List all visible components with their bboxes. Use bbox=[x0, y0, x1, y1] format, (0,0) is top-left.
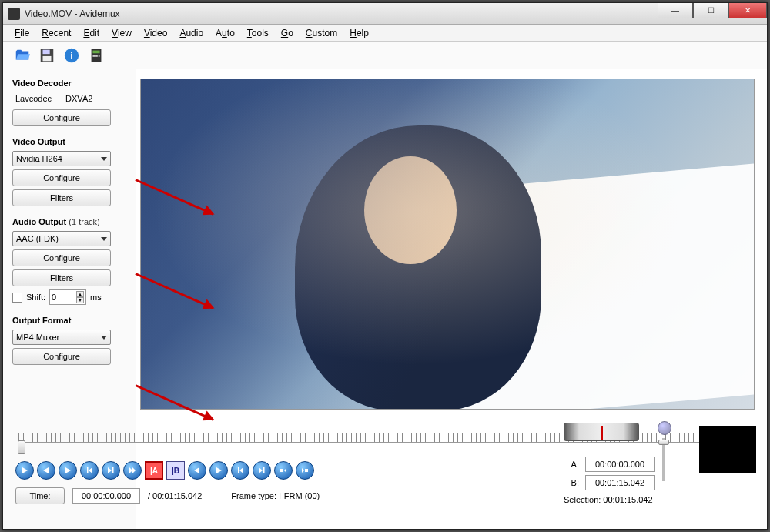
audio-output-select[interactable]: AAC (FDK) bbox=[12, 231, 111, 246]
audio-output-heading: Audio Output (1 track) bbox=[12, 217, 129, 226]
decoder-lavcodec: Lavcodec bbox=[15, 94, 52, 103]
fast-forward-button[interactable] bbox=[123, 461, 142, 480]
menu-tools[interactable]: Tools bbox=[242, 26, 274, 40]
output-format-configure-button[interactable]: Configure bbox=[12, 348, 111, 365]
video-preview[interactable] bbox=[140, 79, 755, 410]
menu-video[interactable]: Video bbox=[139, 26, 172, 40]
menu-audio[interactable]: Audio bbox=[174, 26, 209, 40]
time-button[interactable]: Time: bbox=[15, 487, 65, 504]
volume-icon[interactable] bbox=[658, 421, 671, 435]
first-frame-button[interactable] bbox=[231, 461, 249, 480]
timeline-thumb[interactable] bbox=[18, 440, 25, 454]
a-label: A: bbox=[564, 460, 579, 469]
video-decoder-heading: Video Decoder bbox=[12, 79, 129, 88]
save-icon[interactable] bbox=[38, 47, 55, 64]
mark-a-button[interactable]: |A bbox=[145, 461, 163, 480]
next-black-button[interactable] bbox=[296, 461, 314, 480]
svg-rect-10 bbox=[280, 469, 283, 472]
play-button[interactable] bbox=[15, 461, 34, 480]
mark-b-button[interactable]: |B bbox=[166, 461, 185, 480]
open-icon[interactable] bbox=[14, 47, 31, 64]
decoder-dxva2: DXVA2 bbox=[65, 94, 92, 103]
volume-track[interactable] bbox=[662, 438, 665, 481]
video-output-filters-button[interactable]: Filters bbox=[12, 189, 111, 206]
next-cut-button[interactable] bbox=[209, 461, 228, 480]
volume-slider[interactable] bbox=[658, 421, 670, 490]
time-total: / 00:01:15.042 bbox=[148, 491, 202, 500]
next-keyframe-button[interactable] bbox=[102, 461, 120, 480]
last-frame-button[interactable] bbox=[253, 461, 271, 480]
menu-auto[interactable]: Auto bbox=[210, 26, 240, 40]
shift-input[interactable]: 0 ▲▼ bbox=[49, 289, 86, 305]
output-format-heading: Output Format bbox=[12, 316, 129, 325]
output-format-value: MP4 Muxer bbox=[16, 333, 59, 342]
shift-unit: ms bbox=[90, 293, 102, 302]
toolbar: i bbox=[3, 42, 767, 69]
app-icon bbox=[8, 8, 20, 20]
audio-output-value: AAC (FDK) bbox=[16, 234, 59, 243]
svg-rect-8 bbox=[95, 55, 98, 57]
prev-frame-button[interactable] bbox=[37, 461, 55, 480]
chevron-down-icon bbox=[101, 237, 107, 241]
close-button[interactable]: ✕ bbox=[728, 3, 767, 18]
menu-help[interactable]: Help bbox=[344, 26, 374, 40]
chevron-down-icon bbox=[101, 336, 107, 340]
prev-keyframe-button[interactable] bbox=[80, 461, 99, 480]
svg-rect-9 bbox=[99, 55, 100, 57]
menu-custom[interactable]: Custom bbox=[300, 26, 343, 40]
output-format-select[interactable]: MP4 Muxer bbox=[12, 330, 111, 345]
shift-checkbox[interactable] bbox=[12, 293, 22, 303]
svg-rect-11 bbox=[305, 469, 308, 472]
maximize-button[interactable]: ☐ bbox=[693, 3, 728, 18]
video-output-value: Nvidia H264 bbox=[16, 154, 62, 163]
shift-down-icon[interactable]: ▼ bbox=[76, 297, 84, 303]
svg-rect-2 bbox=[43, 55, 52, 60]
b-time[interactable]: 00:01:15.042 bbox=[585, 475, 654, 490]
a-time[interactable]: 00:00:00.000 bbox=[585, 457, 654, 472]
calculator-icon[interactable] bbox=[88, 47, 105, 64]
svg-rect-7 bbox=[92, 55, 95, 57]
menu-edit[interactable]: Edit bbox=[78, 26, 105, 40]
audio-output-configure-button[interactable]: Configure bbox=[12, 249, 111, 266]
mini-preview bbox=[699, 426, 756, 473]
video-output-configure-button[interactable]: Configure bbox=[12, 169, 111, 186]
b-label: B: bbox=[564, 478, 579, 487]
audio-output-filters-button[interactable]: Filters bbox=[12, 269, 111, 286]
shift-label: Shift: bbox=[26, 293, 45, 302]
svg-text:i: i bbox=[70, 49, 73, 61]
volume-thumb[interactable] bbox=[658, 440, 669, 445]
svg-rect-1 bbox=[43, 49, 50, 54]
menu-view[interactable]: View bbox=[106, 26, 137, 40]
jog-wheel[interactable] bbox=[564, 423, 639, 441]
menu-recent[interactable]: Recent bbox=[36, 26, 76, 40]
decoder-configure-button[interactable]: Configure bbox=[12, 109, 111, 126]
window-title: Video.MOV - Avidemux bbox=[25, 8, 120, 19]
frame-type: Frame type: I-FRM (00) bbox=[231, 491, 320, 500]
svg-rect-6 bbox=[92, 50, 99, 53]
menubar: File Recent Edit View Video Audio Auto T… bbox=[3, 25, 767, 42]
next-frame-button[interactable] bbox=[59, 461, 77, 480]
video-output-select[interactable]: Nvidia H264 bbox=[12, 151, 111, 166]
titlebar: Video.MOV - Avidemux — ☐ ✕ bbox=[3, 3, 767, 25]
selection-text: Selection: 00:01:15.042 bbox=[564, 495, 653, 504]
time-current[interactable]: 00:00:00.000 bbox=[72, 488, 140, 504]
video-output-heading: Video Output bbox=[12, 137, 129, 146]
minimize-button[interactable]: — bbox=[658, 3, 693, 18]
prev-cut-button[interactable] bbox=[188, 461, 206, 480]
shift-up-icon[interactable]: ▲ bbox=[76, 291, 84, 297]
prev-black-button[interactable] bbox=[274, 461, 293, 480]
info-icon[interactable]: i bbox=[63, 47, 80, 64]
menu-go[interactable]: Go bbox=[276, 26, 299, 40]
shift-value: 0 bbox=[52, 293, 56, 302]
chevron-down-icon bbox=[101, 157, 107, 161]
menu-file[interactable]: File bbox=[9, 26, 35, 40]
